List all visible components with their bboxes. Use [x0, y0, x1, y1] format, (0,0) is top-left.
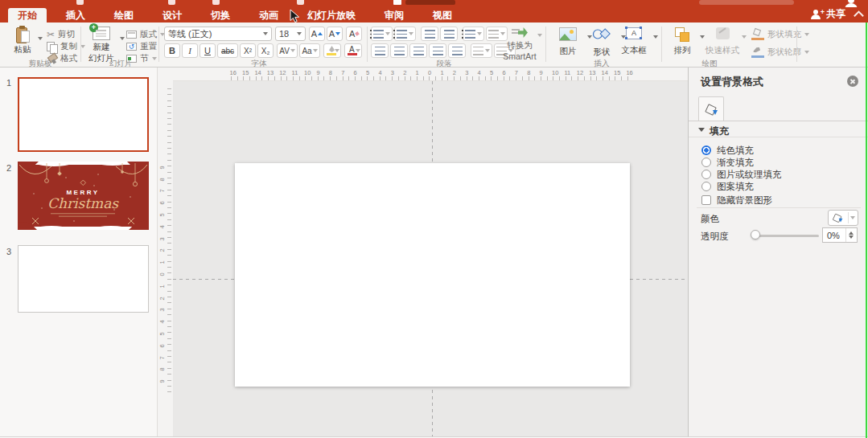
- font-name-combo[interactable]: 等线 (正文): [164, 27, 272, 41]
- transparency-slider-track[interactable]: [753, 235, 819, 237]
- numbering-button[interactable]: [394, 27, 416, 41]
- columns-icon: [488, 30, 499, 39]
- grow-font-button[interactable]: A: [309, 27, 325, 41]
- document-title: [405, 0, 455, 5]
- ruler-number: 16: [230, 69, 237, 76]
- slide-editing-area[interactable]: 1615141312111098765432101234567891011121…: [173, 68, 688, 436]
- quick-access-icon[interactable]: [76, 0, 84, 5]
- tab-draw[interactable]: 绘图: [105, 8, 143, 23]
- increase-indent-button[interactable]: [440, 27, 458, 41]
- tab-transitions[interactable]: 切换: [201, 8, 240, 23]
- textbox-dropdown-icon[interactable]: [653, 35, 658, 39]
- hide-background-graphics-option[interactable]: 隐藏背景图形: [701, 194, 772, 206]
- character-spacing-button[interactable]: AV: [277, 43, 298, 58]
- tab-insert[interactable]: 插入: [56, 8, 95, 23]
- transparency-value-spinner[interactable]: 0%: [822, 227, 858, 243]
- gradient-fill-option[interactable]: 渐变填充: [701, 157, 754, 168]
- ruler-number: 9: [158, 380, 166, 383]
- shape-outline-button[interactable]: 形状轮廓: [751, 47, 809, 58]
- align-right-button[interactable]: [409, 43, 427, 58]
- pattern-fill-option[interactable]: 图案填充: [701, 181, 754, 192]
- close-icon[interactable]: [847, 76, 858, 87]
- ruler-number: 3: [158, 309, 166, 312]
- shrink-font-button[interactable]: A: [327, 27, 343, 41]
- line-spacing-button[interactable]: [463, 27, 484, 41]
- copy-icon: [47, 42, 57, 52]
- increase-indent-icon: [444, 30, 455, 39]
- font-color-bar: [348, 53, 357, 55]
- align-center-button[interactable]: [390, 43, 408, 58]
- superscript-button[interactable]: X²: [240, 43, 256, 58]
- textbox-button[interactable]: A 文本框: [616, 27, 652, 56]
- spinner-up-icon[interactable]: [849, 231, 854, 235]
- fill-section-header[interactable]: 填充: [689, 121, 868, 137]
- new-slide-icon: +: [93, 27, 110, 40]
- ruler-number: 9: [316, 69, 319, 76]
- copy-button[interactable]: 复制: [47, 41, 85, 52]
- picture-texture-fill-option[interactable]: 图片或纹理填充: [701, 169, 782, 180]
- quick-styles-dropdown-icon[interactable]: [742, 35, 747, 39]
- slide-thumbnail-1[interactable]: [18, 77, 149, 152]
- distribute-button[interactable]: [448, 43, 466, 58]
- change-case-button[interactable]: Aa: [299, 43, 320, 58]
- paste-button[interactable]: 粘贴: [5, 26, 40, 55]
- new-slide-dropdown-icon[interactable]: [120, 37, 125, 40]
- tab-home[interactable]: 开始: [8, 8, 47, 23]
- eraser-icon: [356, 31, 360, 35]
- tab-review[interactable]: 审阅: [375, 8, 413, 23]
- collapse-ribbon-icon[interactable]: [855, 10, 862, 16]
- convert-smartart-button[interactable]: 转换为 SmartArt: [499, 27, 541, 61]
- tab-view[interactable]: 视图: [423, 8, 462, 23]
- font-size-combo[interactable]: 18: [275, 27, 306, 41]
- share-button[interactable]: + 共享: [811, 7, 845, 21]
- transparency-slider-knob[interactable]: [751, 230, 760, 239]
- redo-icon[interactable]: [297, 0, 304, 5]
- bullets-button[interactable]: [371, 27, 393, 41]
- checkbox-icon: [701, 195, 711, 205]
- ruler-number: 7: [158, 190, 166, 193]
- fill-tab[interactable]: [698, 96, 724, 121]
- strikethrough-button[interactable]: abc: [217, 43, 238, 58]
- spinner-down-icon[interactable]: [849, 235, 854, 239]
- ruler-number: 11: [292, 69, 298, 76]
- slide-thumbnail-2[interactable]: MERRY Christmas: [18, 162, 149, 230]
- smartart-dropdown-icon[interactable]: [537, 34, 542, 37]
- tab-design[interactable]: 设计: [153, 8, 191, 23]
- tab-slideshow[interactable]: 幻灯片放映: [298, 8, 365, 23]
- ruler-number: 6: [158, 344, 166, 347]
- align-left-icon: [375, 47, 385, 55]
- search-input[interactable]: [699, 0, 794, 5]
- cut-button[interactable]: ✂ 剪切: [47, 29, 75, 40]
- slide-thumbnail-3[interactable]: [18, 245, 149, 313]
- shapes-button[interactable]: 形状: [584, 27, 619, 58]
- christmas-slide-art: MERRY Christmas: [18, 162, 149, 230]
- slide-canvas[interactable]: [235, 163, 630, 387]
- picture-button[interactable]: 图片: [550, 27, 586, 57]
- color-picker-button[interactable]: [828, 210, 858, 226]
- shape-fill-button[interactable]: 形状填充: [751, 29, 809, 40]
- italic-button[interactable]: I: [182, 43, 198, 58]
- arrange-button[interactable]: 排列: [664, 27, 700, 56]
- subscript-button[interactable]: X₂: [257, 43, 274, 58]
- ruler-number: 5: [158, 332, 166, 335]
- align-left-button[interactable]: [371, 43, 389, 58]
- save-icon[interactable]: [168, 0, 175, 5]
- ruler-number: 8: [329, 69, 332, 76]
- decrease-indent-button[interactable]: [421, 27, 438, 41]
- clear-formatting-button[interactable]: A: [346, 27, 362, 41]
- reset-button[interactable]: ↺ 重置: [126, 41, 157, 52]
- quick-styles-button[interactable]: 快速样式: [701, 27, 743, 56]
- text-direction-button[interactable]: [471, 43, 492, 58]
- avatar[interactable]: [845, 0, 858, 7]
- font-color-button[interactable]: A: [344, 43, 362, 58]
- bold-button[interactable]: B: [164, 43, 180, 58]
- panel-title: 设置背景格式: [701, 75, 763, 89]
- highlight-button[interactable]: [323, 43, 341, 58]
- solid-fill-option[interactable]: 纯色填充: [701, 145, 754, 156]
- tab-animations[interactable]: 动画: [249, 8, 288, 23]
- paste-dropdown-icon[interactable]: [38, 37, 43, 40]
- radio-icon: [701, 170, 711, 179]
- underline-button[interactable]: U: [200, 43, 216, 58]
- justify-button[interactable]: [429, 43, 446, 58]
- undo-icon[interactable]: [212, 0, 220, 5]
